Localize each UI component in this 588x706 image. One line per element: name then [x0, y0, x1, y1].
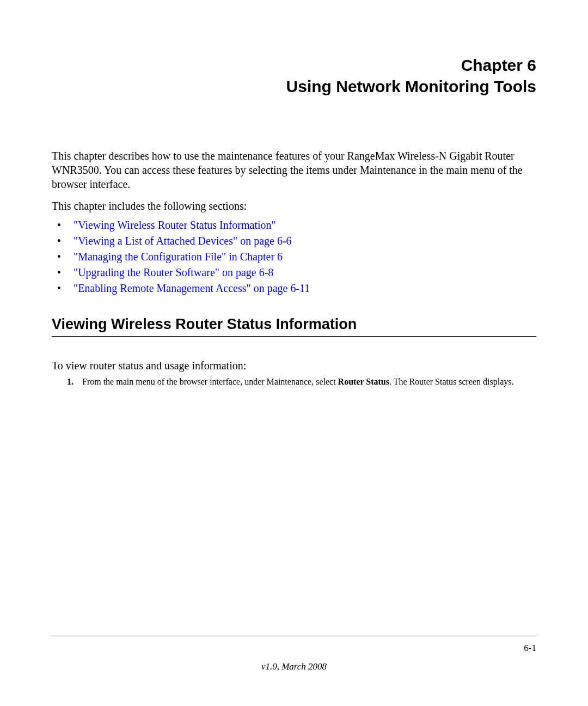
step-text: From the main menu of the browser interf… — [82, 377, 514, 387]
toc-item: "Managing the Configuration File" in Cha… — [64, 249, 536, 265]
toc-item: "Viewing a List of Attached Devices" on … — [64, 233, 536, 249]
page-number: 6-1 — [52, 643, 536, 654]
intro-paragraph: This chapter describes how to use the ma… — [52, 149, 536, 191]
step-pre: From the main menu of the browser interf… — [82, 377, 338, 386]
toc-link[interactable]: "Viewing a List of Attached Devices" on … — [74, 235, 292, 247]
ordered-list: 1. From the main menu of the browser int… — [52, 377, 536, 387]
toc-item: "Upgrading the Router Software" on page … — [64, 265, 536, 281]
toc-link[interactable]: "Viewing Wireless Router Status Informat… — [74, 219, 276, 231]
body-lead: To view router status and usage informat… — [52, 358, 536, 373]
toc-list: "Viewing Wireless Router Status Informat… — [52, 217, 536, 296]
chapter-title: Using Network Monitoring Tools — [52, 76, 536, 97]
toc-link[interactable]: "Upgrading the Router Software" on page … — [74, 266, 273, 278]
chapter-number: Chapter 6 — [52, 54, 536, 76]
toc-item: "Enabling Remote Management Access" on p… — [64, 281, 536, 296]
toc-item: "Viewing Wireless Router Status Informat… — [64, 217, 536, 233]
page-footer: 6-1 v1.0, March 2008 — [52, 636, 536, 672]
step-post: . The Router Status screen displays. — [389, 377, 514, 386]
version-line: v1.0, March 2008 — [52, 661, 536, 672]
step-marker: 1. — [67, 377, 82, 387]
section-heading: Viewing Wireless Router Status Informati… — [52, 316, 536, 337]
step-bold: Router Status — [338, 377, 389, 386]
list-item: 1. From the main menu of the browser int… — [67, 377, 536, 387]
chapter-header: Chapter 6 Using Network Monitoring Tools — [52, 54, 536, 97]
sections-intro: This chapter includes the following sect… — [52, 199, 536, 213]
toc-link[interactable]: "Managing the Configuration File" in Cha… — [74, 251, 283, 263]
toc-link[interactable]: "Enabling Remote Management Access" on p… — [74, 282, 310, 294]
